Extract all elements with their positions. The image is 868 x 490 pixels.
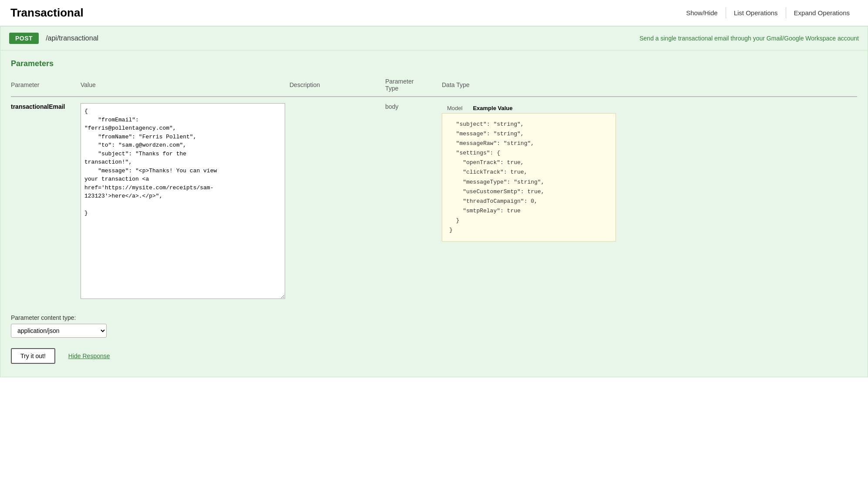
data-type-section: Model Example Value "subject": "string",… <box>442 103 853 242</box>
param-type-value: body <box>385 103 398 110</box>
col-header-value: Value <box>81 75 289 97</box>
content-type-row: Parameter content type: application/json… <box>11 314 857 338</box>
content-type-select[interactable]: application/json text/xml <box>11 324 107 338</box>
col-header-paramtype: Parameter Type <box>385 75 442 97</box>
param-description-cell <box>289 97 385 306</box>
page-wrapper: Transactional Show/Hide List Operations … <box>0 0 868 490</box>
table-row: transactionalEmail body <box>11 97 857 306</box>
try-it-out-button[interactable]: Try it out! <box>11 348 55 364</box>
content-type-label: Parameter content type: <box>11 314 857 321</box>
param-value-cell <box>81 97 289 306</box>
app-title: Transactional <box>10 6 84 20</box>
model-tab[interactable]: Model <box>442 103 468 113</box>
col-header-datatype: Data Type <box>442 75 857 97</box>
param-datatype-cell: Model Example Value "subject": "string",… <box>442 97 857 306</box>
bottom-row: Try it out! Hide Response <box>11 348 857 364</box>
param-value-textarea[interactable] <box>81 103 285 299</box>
param-name: transactionalEmail <box>11 103 65 110</box>
table-header-row: Parameter Value Description Parameter Ty… <box>11 75 857 97</box>
param-type-cell: body <box>385 97 442 306</box>
model-tabs: Model Example Value <box>442 103 853 113</box>
list-operations-button[interactable]: List Operations <box>726 7 786 18</box>
params-section: Parameters Parameter Value Description P… <box>0 50 868 377</box>
api-section: POST /api/transactional Send a single tr… <box>0 26 868 377</box>
api-description: Send a single transactional email throug… <box>639 35 859 42</box>
expand-operations-button[interactable]: Expand Operations <box>786 7 858 18</box>
col-header-parameter: Parameter <box>11 75 81 97</box>
hide-response-button[interactable]: Hide Response <box>68 352 110 359</box>
col-header-description: Description <box>289 75 385 97</box>
top-header: Transactional Show/Hide List Operations … <box>0 0 868 26</box>
post-row: POST /api/transactional Send a single tr… <box>0 27 868 50</box>
params-title: Parameters <box>11 59 857 68</box>
params-table: Parameter Value Description Parameter Ty… <box>11 75 857 306</box>
param-name-cell: transactionalEmail <box>11 97 81 306</box>
header-actions: Show/Hide List Operations Expand Operati… <box>678 7 858 18</box>
api-path: /api/transactional <box>46 34 639 42</box>
method-badge: POST <box>9 33 39 44</box>
example-value-box: "subject": "string", "message": "string"… <box>442 113 616 242</box>
example-value-tab[interactable]: Example Value <box>468 103 518 113</box>
show-hide-button[interactable]: Show/Hide <box>678 7 726 18</box>
